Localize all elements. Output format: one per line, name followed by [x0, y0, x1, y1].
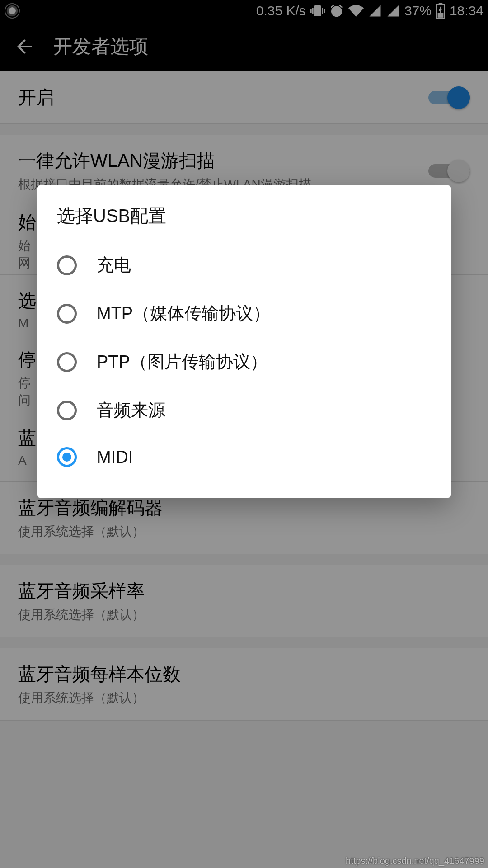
- usb-config-dialog: 选择USB配置 充电 MTP（媒体传输协议） PTP（图片传输协议） 音频来源 …: [37, 185, 451, 498]
- radio-option-ptp[interactable]: PTP（图片传输协议）: [37, 338, 451, 386]
- watermark: https://blog.csdn.net/qq_41647999: [346, 856, 484, 866]
- radio-icon: [57, 352, 77, 372]
- radio-label: PTP（图片传输协议）: [97, 350, 267, 373]
- dialog-title: 选择USB配置: [37, 203, 451, 241]
- radio-icon: [57, 401, 77, 420]
- radio-label: 充电: [97, 254, 131, 277]
- radio-icon: [57, 304, 77, 324]
- radio-option-midi[interactable]: MIDI: [37, 434, 451, 480]
- radio-option-charge[interactable]: 充电: [37, 241, 451, 289]
- radio-option-audio[interactable]: 音频来源: [37, 386, 451, 434]
- radio-icon: [57, 255, 77, 275]
- radio-label: 音频来源: [97, 399, 165, 422]
- radio-label: MTP（媒体传输协议）: [97, 302, 270, 325]
- radio-label: MIDI: [97, 448, 133, 467]
- radio-icon-selected: [57, 447, 77, 467]
- radio-option-mtp[interactable]: MTP（媒体传输协议）: [37, 289, 451, 338]
